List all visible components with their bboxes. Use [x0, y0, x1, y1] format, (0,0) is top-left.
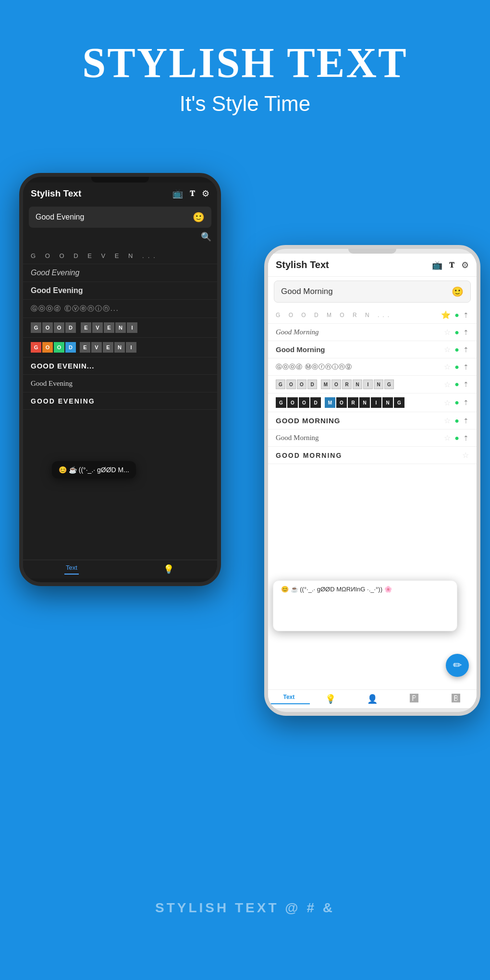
light-nav-b[interactable]: 🅱 — [435, 694, 477, 704]
light-star-icon-8[interactable]: ☆ — [444, 433, 451, 442]
light-share-icon-3[interactable]: ⇡ — [463, 346, 469, 354]
light-star-icon-4[interactable]: ☆ — [444, 362, 451, 371]
light-nav-user-icon: 👤 — [367, 694, 378, 704]
light-wa-icon-5[interactable]: ● — [454, 380, 459, 389]
dark-smiley-icon[interactable]: 🙂 — [193, 211, 205, 223]
dark-popup-text: 😊 ☕ ((°·_.· gØØD M... — [59, 466, 129, 474]
light-nav-text-label: Text — [283, 694, 295, 700]
dark-gothic-text: Good Evening — [31, 380, 73, 387]
dark-text-rows: G O O D E V E N ... Good Evening Good Ev… — [23, 247, 217, 410]
light-settings-icon[interactable]: ⚙ — [461, 260, 469, 270]
dark-text-row-large[interactable]: GOOD EVENIN... — [23, 357, 217, 375]
light-fab-button[interactable]: ✏ — [446, 654, 469, 677]
dark-text-row-circle[interactable]: Ⓖⓞⓞⓓ Ⓔⓥⓔⓝⓘⓝ... — [23, 300, 217, 318]
dark-text-row-spaced[interactable]: G O O D E V E N ... — [23, 247, 217, 264]
dark-input-bar[interactable]: Good Evening 🙂 — [29, 207, 211, 228]
light-gothic-text: Good Morning — [276, 434, 444, 442]
dark-nav-text[interactable]: Text — [23, 564, 120, 575]
light-nav-text[interactable]: Text — [268, 694, 310, 704]
light-bottom-nav: Text 💡 👤 🅿 🅱 — [268, 689, 477, 708]
light-row-caps-actions: ☆ — [462, 451, 469, 460]
light-header-icons: 📺 𝐓 ⚙ — [432, 260, 469, 270]
dark-text-row-gothic[interactable]: Good Evening — [23, 375, 217, 392]
light-popup-text: 😊 ☕ ((°·_.· gØØD MΩRИInG ·._·°)) 🌸 — [281, 586, 392, 593]
dark-text-row-box[interactable]: GOOD EVENI — [23, 318, 217, 338]
dark-tv-icon[interactable]: 📺 — [172, 188, 183, 199]
light-app-header: Stylish Text 📺 𝐓 ⚙ — [268, 254, 477, 277]
light-emoji-popup: 😊 ☕ ((°·_.· gØØD MΩRИInG ·._·°)) 🌸 — [273, 580, 457, 631]
light-row-colored[interactable]: GOOD MORNING ☆ ● ⇡ — [268, 393, 477, 412]
light-row-bold[interactable]: Good Morning ☆ ● ⇡ — [268, 341, 477, 358]
dark-spaced-text: G O O D E V E N ... — [31, 252, 159, 259]
light-row-bold-actions: ☆ ● ⇡ — [444, 345, 469, 354]
phones-container: Stylish Text 📺 𝐓 ⚙ Good Evening 🙂 🔍 — [0, 149, 490, 942]
light-text-rows: G O O D M O R N ... ⭐ ● ⇡ Good Morning ☆… — [268, 306, 477, 464]
light-fab-icon: ✏ — [453, 659, 462, 672]
dark-bottom-nav: Text 💡 — [23, 560, 217, 578]
dark-text-icon[interactable]: 𝐓 — [190, 189, 195, 198]
dark-circle-text: Ⓖⓞⓞⓓ Ⓔⓥⓔⓝⓘⓝ... — [31, 305, 119, 312]
dark-app-title: Stylish Text — [31, 188, 81, 199]
light-share-icon-2[interactable]: ⇡ — [463, 329, 469, 336]
light-star-icon-3[interactable]: ☆ — [444, 345, 451, 354]
light-colored-text: GOOD MORNING — [276, 397, 444, 408]
light-star-icon-7[interactable]: ☆ — [444, 416, 451, 425]
light-wa-icon-8[interactable]: ● — [454, 434, 459, 442]
light-nav-p[interactable]: 🅿 — [393, 694, 435, 704]
light-tv-icon[interactable]: 📺 — [432, 260, 442, 270]
light-input-text: Good Morning — [281, 287, 333, 296]
light-row-gothic[interactable]: Good Morning ☆ ● ⇡ — [268, 429, 477, 447]
dark-nav-fonts-icon: 💡 — [163, 564, 174, 575]
dark-phone-screen: Stylish Text 📺 𝐓 ⚙ Good Evening 🙂 🔍 — [23, 183, 217, 578]
light-share-icon-7[interactable]: ⇡ — [463, 417, 469, 425]
light-large-text: GOOD MORNING — [276, 416, 444, 425]
light-row-spaced[interactable]: G O O D M O R N ... ⭐ ● ⇡ — [268, 306, 477, 324]
light-star-icon-2[interactable]: ☆ — [444, 328, 451, 337]
light-nav-b-icon: 🅱 — [452, 694, 460, 704]
header-section: Stylish Text It's Style Time — [0, 0, 490, 116]
light-row-colored-actions: ☆ ● ⇡ — [444, 398, 469, 407]
light-wa-icon-7[interactable]: ● — [454, 416, 459, 425]
dark-settings-icon[interactable]: ⚙ — [202, 188, 209, 199]
light-row-large[interactable]: GOOD MORNING ☆ ● ⇡ — [268, 412, 477, 429]
dark-nav-fonts[interactable]: 💡 — [120, 564, 217, 575]
light-share-icon-4[interactable]: ⇡ — [463, 363, 469, 371]
light-smiley-icon[interactable]: 🙂 — [452, 286, 464, 297]
light-row-caps[interactable]: GOOD MORNING ☆ — [268, 447, 477, 464]
light-wa-icon-1[interactable]: ● — [454, 311, 459, 319]
light-phone-screen: Stylish Text 📺 𝐓 ⚙ Good Morning 🙂 — [268, 254, 477, 708]
light-box-text: GOOD MORNING — [276, 380, 444, 389]
dark-text-row-caps[interactable]: GOOD EVENING — [23, 392, 217, 410]
light-share-icon-6[interactable]: ⇡ — [463, 399, 469, 406]
light-text-icon[interactable]: 𝐓 — [449, 261, 454, 270]
light-wa-icon-2[interactable]: ● — [454, 328, 459, 337]
light-star-icon-9[interactable]: ☆ — [462, 451, 469, 460]
light-row-circle[interactable]: Ⓖⓞⓞⓓ Ⓜⓞⓡⓝⓘⓝⓖ ☆ ● ⇡ — [268, 358, 477, 376]
dark-text-row-script[interactable]: Good Evening — [23, 264, 217, 282]
light-star-icon-5[interactable]: ☆ — [444, 380, 451, 389]
light-star-icon-1[interactable]: ⭐ — [441, 310, 451, 319]
dark-nav-text-label: Text — [66, 564, 77, 571]
light-wa-icon-4[interactable]: ● — [454, 363, 459, 371]
dark-app-screen: Stylish Text 📺 𝐓 ⚙ Good Evening 🙂 🔍 — [23, 183, 217, 578]
dark-caps-text: GOOD EVENING — [31, 397, 95, 405]
light-star-icon-6[interactable]: ☆ — [444, 398, 451, 407]
dark-text-row-bold[interactable]: Good Evening — [23, 282, 217, 300]
light-row-large-actions: ☆ ● ⇡ — [444, 416, 469, 425]
light-share-icon-1[interactable]: ⇡ — [463, 311, 469, 319]
dark-script-text: Good Evening — [31, 269, 79, 277]
light-wa-icon-3[interactable]: ● — [454, 345, 459, 354]
dark-search-icon[interactable]: 🔍 — [201, 232, 211, 242]
dark-text-row-colored[interactable]: GOOD EVENI — [23, 338, 217, 357]
light-row-box[interactable]: GOOD MORNING ☆ ● ⇡ — [268, 376, 477, 393]
light-row-script[interactable]: Good Morning ☆ ● ⇡ — [268, 324, 477, 341]
light-wa-icon-6[interactable]: ● — [454, 398, 459, 407]
bottom-area: Stylish Text @ # & — [0, 836, 490, 980]
light-row-script-actions: ☆ ● ⇡ — [444, 328, 469, 337]
light-share-icon-8[interactable]: ⇡ — [463, 434, 469, 442]
light-nav-fonts[interactable]: 💡 — [310, 694, 352, 704]
light-nav-p-icon: 🅿 — [410, 694, 418, 704]
light-input-bar[interactable]: Good Morning 🙂 — [274, 281, 471, 303]
light-share-icon-5[interactable]: ⇡ — [463, 380, 469, 388]
light-nav-user[interactable]: 👤 — [352, 694, 393, 704]
